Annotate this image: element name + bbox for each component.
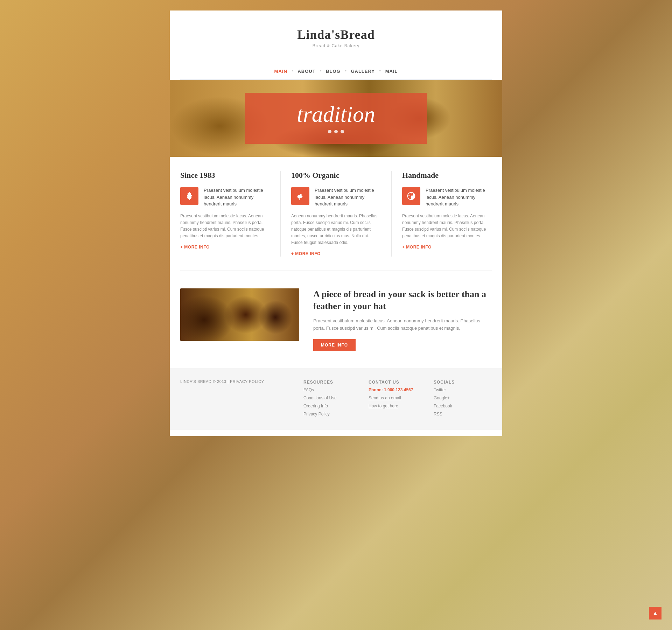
hero-dot-1: [328, 130, 331, 133]
footer-col-socials: SOCIALS Twitter Google+ Facebook RSS: [434, 379, 492, 419]
svg-point-9: [411, 197, 412, 199]
nav-item-gallery[interactable]: GALLERY: [351, 69, 375, 74]
footer-col-title-socials: SOCIALS: [434, 379, 492, 385]
feature-item-text-2: Praesent vestibulum molestie lacus. Aene…: [315, 187, 381, 208]
hero-dots: [273, 130, 399, 133]
feature-heading-2: 100% Organic: [291, 171, 381, 180]
footer-directions-link[interactable]: How to get here: [369, 403, 427, 409]
footer-brand-text: LINDA'S BREAD © 2013 | PRIVACY POLICY: [180, 379, 296, 384]
nav-dot: •: [345, 68, 347, 74]
feature-col-1: Since 1983 Praesent vestibulum: [180, 171, 281, 257]
svg-point-3: [190, 195, 192, 197]
nav-item-main[interactable]: MAIN: [274, 69, 287, 74]
feature-item-text-3: Praesent vestibulum molestie lacus. Aene…: [426, 187, 492, 208]
heart-icon: [402, 187, 420, 205]
footer-col-resources: RESOURCES FAQs Conditions of Use Orderin…: [303, 379, 362, 419]
svg-point-5: [190, 197, 191, 198]
footer-link-conditions[interactable]: Conditions of Use: [303, 395, 362, 401]
features-section: Since 1983 Praesent vestibulum: [170, 157, 502, 267]
page-wrapper: Linda'sBread Bread & Cake Bakery MAIN • …: [170, 10, 502, 436]
more-info-link-3[interactable]: MORE INFO: [402, 245, 432, 250]
more-info-link-2[interactable]: MORE INFO: [291, 251, 321, 256]
nav-item-blog[interactable]: BLOG: [326, 69, 341, 74]
footer-phone[interactable]: Phone: 1.900.123.4567: [369, 387, 427, 393]
hero-banner: tradition: [170, 80, 502, 157]
svg-point-1: [189, 193, 191, 195]
wheat-icon: [180, 187, 198, 205]
footer-brand: LINDA'S BREAD © 2013 | PRIVACY POLICY: [180, 379, 296, 419]
quote-section: A piece of bread in your sack is better …: [170, 274, 502, 368]
section-divider: [180, 271, 492, 271]
site-header: Linda'sBread Bread & Cake Bakery: [170, 17, 502, 54]
footer-link-rss[interactable]: RSS: [434, 411, 492, 417]
site-footer: LINDA'S BREAD © 2013 | PRIVACY POLICY RE…: [170, 369, 502, 430]
footer-link-faqs[interactable]: FAQs: [303, 387, 362, 393]
footer-link-facebook[interactable]: Facebook: [434, 403, 492, 409]
nav-dot: •: [379, 68, 381, 74]
footer-col-title-contact: CONTACT US: [369, 379, 427, 385]
feature-item-3: Praesent vestibulum molestie lacus. Aene…: [402, 187, 492, 208]
feature-col-2: 100% Organic Praesent vestibulum molesti…: [291, 171, 392, 257]
quote-text: Praesent vestibulum molestie lacus. Aene…: [313, 317, 492, 332]
svg-point-4: [187, 197, 189, 198]
nav-item-mail[interactable]: MAIL: [385, 69, 398, 74]
footer-email-link[interactable]: Send us an email: [369, 395, 427, 401]
hand-icon: [291, 187, 309, 205]
feature-desc-3: Praesent vestibulum molestie lacus. Aene…: [402, 213, 492, 240]
scroll-top-button[interactable]: ▲: [649, 607, 662, 620]
feature-item-2: Praesent vestibulum molestie lacus. Aene…: [291, 187, 381, 208]
hero-dot-3: [341, 130, 344, 133]
feature-col-3: Handmade Praesent vestibulum molestie la…: [402, 171, 492, 257]
more-info-button[interactable]: MORE INFO: [313, 339, 356, 351]
footer-link-privacy[interactable]: Privacy Policy: [303, 411, 362, 417]
site-subtitle: Bread & Cake Bakery: [177, 43, 495, 48]
svg-point-0: [188, 193, 189, 195]
hero-overlay: tradition: [245, 93, 427, 144]
feature-item-text-1: Praesent vestibulum molestie lacus. Aene…: [204, 187, 270, 208]
footer-link-twitter[interactable]: Twitter: [434, 387, 492, 393]
main-nav: MAIN • ABOUT • BLOG • GALLERY • MAIL: [170, 64, 502, 79]
quote-heading: A piece of bread in your sack is better …: [313, 288, 492, 312]
nav-dot: •: [292, 68, 294, 74]
feature-heading-1: Since 1983: [180, 171, 270, 180]
feature-desc-2: Aenean nonummy hendrerit mauris. Phasell…: [291, 213, 381, 246]
nav-item-about[interactable]: ABOUT: [298, 69, 315, 74]
quote-image: [180, 288, 299, 341]
hero-title: tradition: [273, 103, 399, 126]
header-divider: [180, 59, 492, 59]
footer-col-title-resources: RESOURCES: [303, 379, 362, 385]
quote-content: A piece of bread in your sack is better …: [313, 288, 492, 351]
more-info-link-1[interactable]: MORE INFO: [180, 245, 210, 250]
hero-dot-2: [334, 130, 338, 133]
footer-link-googleplus[interactable]: Google+: [434, 395, 492, 401]
footer-link-ordering[interactable]: Ordering Info: [303, 403, 362, 409]
footer-col-contact: CONTACT US Phone: 1.900.123.4567 Send us…: [369, 379, 427, 419]
nav-dot: •: [320, 68, 322, 74]
site-title: Linda'sBread: [177, 27, 495, 42]
svg-point-2: [187, 195, 189, 197]
feature-item-1: Praesent vestibulum molestie lacus. Aene…: [180, 187, 270, 208]
feature-desc-1: Praesent vestibulum molestie lacus. Aene…: [180, 213, 270, 240]
svg-point-8: [411, 194, 412, 195]
feature-heading-3: Handmade: [402, 171, 492, 180]
